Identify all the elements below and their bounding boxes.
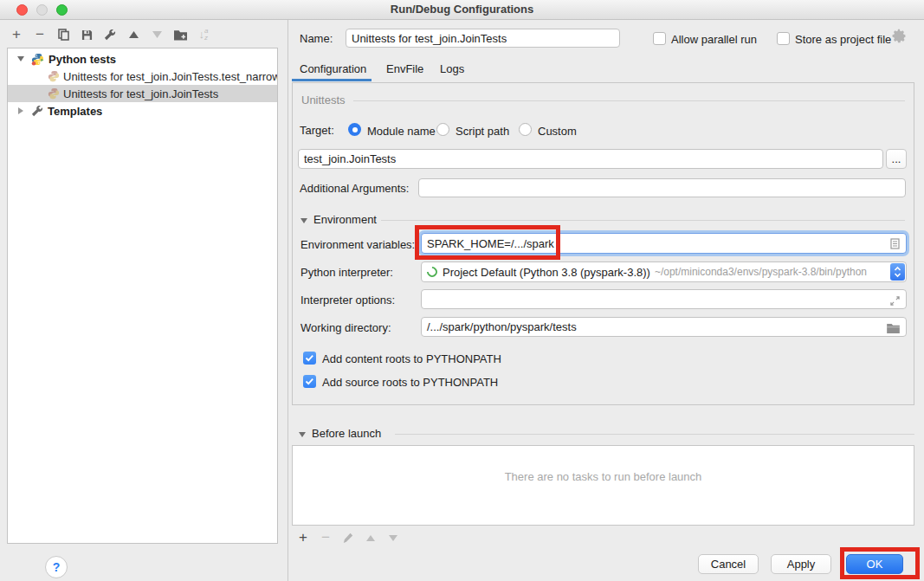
working-directory-value: /.../spark/python/pyspark/tests <box>427 320 577 333</box>
additional-arguments-input[interactable] <box>418 178 906 197</box>
add-source-roots-checkbox[interactable] <box>303 375 316 388</box>
sidebar-toolbar: + − ↓az <box>10 27 210 42</box>
radio-module-name[interactable] <box>348 123 361 136</box>
minimize-window-button[interactable] <box>36 4 48 16</box>
tree-item-label: Unittests for test_join.JoinTests <box>63 87 218 100</box>
store-as-project-file-checkbox[interactable] <box>777 32 790 45</box>
collapse-icon[interactable] <box>17 56 24 61</box>
add-content-roots-label: Add content roots to PYTHONPATH <box>322 352 501 365</box>
python-interpreter-label: Python interpreter: <box>300 266 393 279</box>
module-name-input[interactable]: test_join.JoinTests <box>298 149 883 169</box>
python-interpreter-select[interactable]: Project Default (Python 3.8 (pyspark-3.8… <box>421 261 907 282</box>
ok-label: OK <box>867 558 883 571</box>
cancel-label: Cancel <box>711 558 746 571</box>
store-as-project-file-label: Store as project file <box>795 33 891 46</box>
working-directory-input[interactable]: /.../spark/python/pyspark/tests <box>421 317 907 337</box>
browse-module-button[interactable]: ... <box>886 149 907 169</box>
tree-item-label: Python tests <box>48 53 116 66</box>
expand-field-icon[interactable] <box>890 295 900 308</box>
conda-env-icon <box>425 265 440 280</box>
tab-envfile[interactable]: EnvFile <box>386 62 423 75</box>
tab-configuration[interactable]: Configuration <box>300 62 366 75</box>
new-folder-icon[interactable] <box>173 28 187 42</box>
python-test-icon <box>48 70 60 82</box>
cancel-button[interactable]: Cancel <box>698 554 759 574</box>
tree-item-python-tests[interactable]: Python tests <box>8 50 277 68</box>
environment-variables-value: SPARK_HOME=/.../spark <box>427 237 554 250</box>
tab-logs[interactable]: Logs <box>440 62 464 75</box>
configurations-sidebar: + − ↓az <box>0 20 288 581</box>
module-name-value: test_join.JoinTests <box>304 152 396 165</box>
edit-task-icon[interactable] <box>341 531 355 545</box>
move-task-down-icon[interactable] <box>386 531 400 545</box>
tree-item-unittest-jointests-selected[interactable]: Unittests for test_join.JoinTests <box>8 85 277 102</box>
remove-configuration-icon[interactable]: − <box>33 28 47 42</box>
radio-script-path[interactable] <box>436 123 449 136</box>
name-input[interactable]: Unittests for test_join.JoinTests <box>346 29 620 48</box>
close-window-button[interactable] <box>16 4 28 16</box>
edit-templates-icon[interactable] <box>103 28 117 42</box>
group-divider <box>353 100 905 101</box>
templates-wrench-icon <box>31 105 43 117</box>
gear-icon[interactable] <box>892 29 907 46</box>
window-title: Run/Debug Configurations <box>0 0 924 19</box>
move-task-up-icon[interactable] <box>364 531 378 545</box>
apply-label: Apply <box>787 558 816 571</box>
interpreter-options-input[interactable] <box>421 289 907 309</box>
environment-variables-input[interactable]: SPARK_HOME=/.../spark <box>421 233 907 254</box>
title-bar: Run/Debug Configurations <box>0 0 924 20</box>
add-task-icon[interactable]: + <box>296 531 310 545</box>
no-tasks-message: There are no tasks to run before launch <box>293 470 914 483</box>
zoom-window-button[interactable] <box>56 4 68 16</box>
environment-collapse-icon[interactable] <box>300 218 307 223</box>
active-tab-underline <box>292 79 372 81</box>
before-launch-divider <box>395 434 914 435</box>
radio-custom[interactable] <box>519 123 532 136</box>
add-content-roots-checkbox[interactable] <box>303 352 316 365</box>
configurations-tree: Python tests Unittests for test_join.Joi… <box>7 48 278 544</box>
browse-label: ... <box>892 152 901 165</box>
python-interpreter-value: Project Default (Python 3.8 (pyspark-3.8… <box>443 266 650 279</box>
allow-parallel-run-label: Allow parallel run <box>671 33 757 46</box>
before-launch-task-list: There are no tasks to run before launch <box>292 445 914 526</box>
interpreter-options-label: Interpreter options: <box>300 294 395 307</box>
python-tests-icon <box>31 53 44 66</box>
folder-icon[interactable] <box>887 323 900 336</box>
ok-button[interactable]: OK <box>846 554 903 574</box>
sort-configurations-icon[interactable]: ↓az <box>197 28 210 42</box>
check-icon <box>303 375 316 388</box>
remove-task-icon[interactable]: − <box>319 531 333 545</box>
help-button[interactable]: ? <box>45 556 68 578</box>
before-launch-collapse-icon[interactable] <box>299 432 306 437</box>
before-launch-section-label: Before launch <box>312 427 381 440</box>
tree-item-templates[interactable]: Templates <box>8 102 277 119</box>
dropdown-stepper-icon[interactable] <box>890 263 905 281</box>
allow-parallel-run-checkbox[interactable] <box>653 32 666 45</box>
apply-button[interactable]: Apply <box>771 554 831 574</box>
python-interpreter-path: ~/opt/miniconda3/envs/pyspark-3.8/bin/py… <box>655 266 867 278</box>
environment-variables-label: Environment variables: <box>300 238 415 251</box>
save-configuration-icon[interactable] <box>80 28 94 42</box>
python-test-icon <box>48 87 60 100</box>
tree-item-unittest-narrow[interactable]: Unittests for test_join.JoinTests.test_n… <box>8 68 277 85</box>
help-icon: ? <box>53 560 61 574</box>
environment-divider <box>381 220 905 221</box>
radio-custom-label: Custom <box>538 125 577 138</box>
env-vars-list-icon[interactable] <box>890 238 900 252</box>
radio-module-name-label: Module name <box>367 125 436 138</box>
add-source-roots-label: Add source roots to PYTHONPATH <box>322 376 498 389</box>
copy-configuration-icon[interactable] <box>56 28 70 42</box>
target-label: Target: <box>300 124 334 137</box>
configuration-editor: Name: Unittests for test_join.JoinTests … <box>289 19 924 581</box>
tree-item-label: Templates <box>48 105 102 118</box>
environment-section-label: Environment <box>313 213 377 226</box>
expand-icon[interactable] <box>18 107 23 114</box>
tree-item-label: Unittests for test_join.JoinTests.test_n… <box>63 70 277 83</box>
move-up-icon[interactable] <box>126 28 140 42</box>
move-down-icon[interactable] <box>150 28 164 42</box>
additional-arguments-label: Additional Arguments: <box>300 182 409 195</box>
check-icon <box>303 352 316 365</box>
add-configuration-icon[interactable]: + <box>10 28 23 42</box>
name-value: Unittests for test_join.JoinTests <box>352 32 507 45</box>
before-launch-toolbar: + − <box>296 531 400 545</box>
